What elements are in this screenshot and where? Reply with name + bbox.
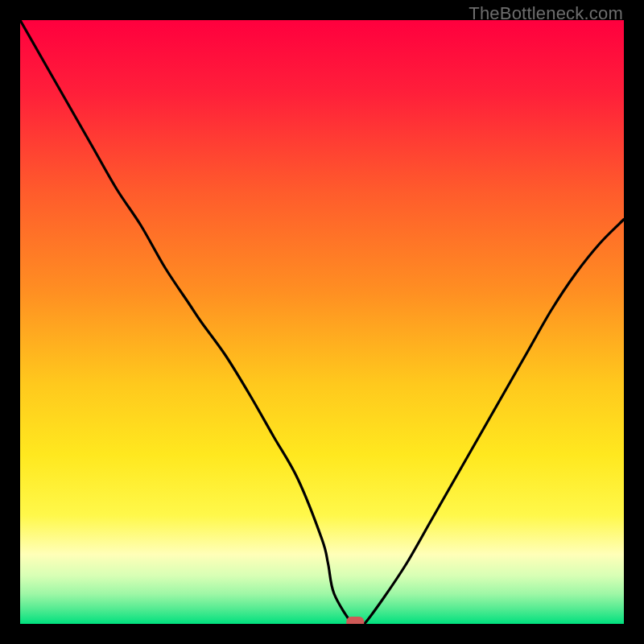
bottleneck-chart <box>20 20 624 624</box>
chart-frame: TheBottleneck.com <box>0 0 644 644</box>
optimal-marker <box>346 617 364 624</box>
watermark-text: TheBottleneck.com <box>469 3 623 24</box>
gradient-background <box>20 20 624 624</box>
